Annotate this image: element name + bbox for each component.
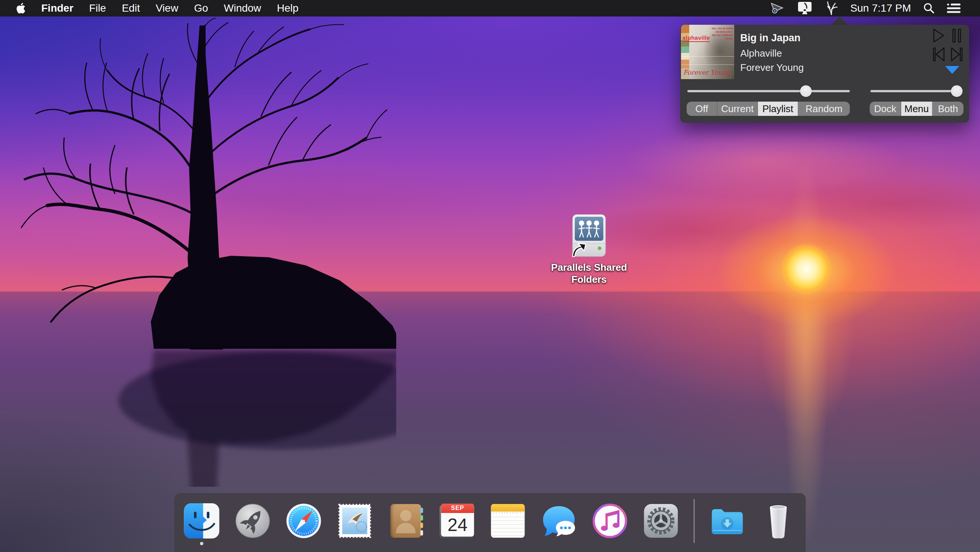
segment-both[interactable]: Both xyxy=(932,102,964,116)
dock: SEP 24 xyxy=(175,493,806,552)
desktop-icon-label[interactable]: Parallels Shared Folders xyxy=(542,262,636,286)
volume-slider-thumb[interactable] xyxy=(951,86,963,97)
menu-item-view[interactable]: View xyxy=(156,2,178,14)
finder-icon xyxy=(183,503,220,539)
mail-icon xyxy=(337,503,373,539)
safari-icon xyxy=(286,503,322,539)
segment-dock[interactable]: Dock xyxy=(870,102,901,116)
dock-item-system-preferences[interactable] xyxy=(643,503,679,539)
notes-icon xyxy=(491,504,525,538)
tree-island-silhouette xyxy=(21,18,396,487)
dock-item-contacts[interactable] xyxy=(388,503,424,539)
dock-item-messages[interactable] xyxy=(541,503,578,539)
launchpad-icon xyxy=(234,503,271,539)
calendar-day: 24 xyxy=(441,513,474,537)
dock-item-trash[interactable] xyxy=(760,503,797,539)
track-title: Big in Japan xyxy=(740,32,801,44)
contacts-icon xyxy=(391,504,422,538)
display-segmented-control: Dock Menu Both xyxy=(870,102,964,116)
progress-slider[interactable] xyxy=(687,90,850,92)
segment-random[interactable]: Random xyxy=(798,102,850,116)
next-button[interactable] xyxy=(950,47,964,62)
parallels-actions-icon[interactable] xyxy=(770,1,785,16)
menubar-clock[interactable]: Sun 7:17 PM xyxy=(850,2,911,14)
music-player-popover: alphaville INCL. BIG IN JAPAN SOUNDS LIK… xyxy=(680,25,969,123)
segment-current[interactable]: Current xyxy=(718,102,758,116)
volume-slider[interactable] xyxy=(870,90,961,92)
dock-item-itunes[interactable] xyxy=(592,503,628,539)
track-album: Forever Young xyxy=(740,62,803,73)
dock-item-notes[interactable] xyxy=(490,503,527,539)
album-art-corner-text: INCL. BIG IN JAPAN SOUNDS LIKE A MELODY … xyxy=(710,27,733,41)
running-indicator-dot xyxy=(200,542,204,545)
dock-item-finder[interactable] xyxy=(183,503,220,539)
dock-item-downloads[interactable] xyxy=(709,503,746,539)
dock-item-mail[interactable] xyxy=(337,503,373,539)
apple-menu[interactable] xyxy=(16,1,25,16)
menu-item-help[interactable]: Help xyxy=(277,2,299,14)
calendar-month: SEP xyxy=(441,504,474,513)
menu-item-edit[interactable]: Edit xyxy=(122,2,140,14)
track-artist: Alphaville xyxy=(740,48,782,59)
album-art-artist-text: alphaville xyxy=(682,35,710,42)
macos-desktop-screen: Finder File Edit View Go Window Help xyxy=(0,0,980,552)
downloads-folder-icon xyxy=(709,503,746,539)
notification-center-icon[interactable] xyxy=(947,1,961,16)
segment-menu[interactable]: Menu xyxy=(901,102,933,116)
menu-item-window[interactable]: Window xyxy=(224,2,261,14)
collapse-button[interactable] xyxy=(945,66,959,74)
segment-off[interactable]: Off xyxy=(687,102,718,116)
menubar-status-area: Sun 7:17 PM xyxy=(770,1,980,16)
menu-item-file[interactable]: File xyxy=(89,2,106,14)
calendar-icon: SEP 24 xyxy=(440,504,474,538)
popover-arrow xyxy=(831,16,848,25)
dock-separator xyxy=(694,499,695,543)
itunes-icon xyxy=(592,503,628,539)
desktop-icon-parallels-shared-folders[interactable]: Parallels Shared Folders xyxy=(542,214,636,286)
parallels-desktop-icon[interactable] xyxy=(797,1,813,16)
dock-item-safari[interactable] xyxy=(286,503,322,539)
menubar: Finder File Edit View Go Window Help xyxy=(0,0,980,16)
album-art-title-script: Forever Young xyxy=(683,69,730,76)
play-button[interactable] xyxy=(932,28,946,43)
album-art: alphaville INCL. BIG IN JAPAN SOUNDS LIK… xyxy=(681,25,734,79)
segment-playlist[interactable]: Playlist xyxy=(758,102,799,116)
dock-item-launchpad[interactable] xyxy=(234,503,271,539)
trash-icon xyxy=(760,503,797,539)
shuffle-segmented-control: Off Current Playlist Random xyxy=(687,102,850,116)
previous-button[interactable] xyxy=(932,47,946,62)
dock-item-calendar[interactable]: SEP 24 xyxy=(439,503,476,539)
spotlight-search-icon[interactable] xyxy=(923,1,935,16)
progress-slider-thumb[interactable] xyxy=(800,86,812,97)
shared-drive-icon xyxy=(570,214,609,259)
pause-button[interactable] xyxy=(950,28,964,43)
messages-icon xyxy=(541,503,578,539)
apple-logo-icon xyxy=(16,3,25,14)
tunes-bird-icon[interactable] xyxy=(825,1,838,16)
system-preferences-icon xyxy=(643,503,679,539)
menu-item-finder[interactable]: Finder xyxy=(41,2,73,14)
menu-item-go[interactable]: Go xyxy=(194,2,208,14)
transport-controls xyxy=(932,28,964,62)
menubar-left: Finder File Edit View Go Window Help xyxy=(0,1,299,16)
